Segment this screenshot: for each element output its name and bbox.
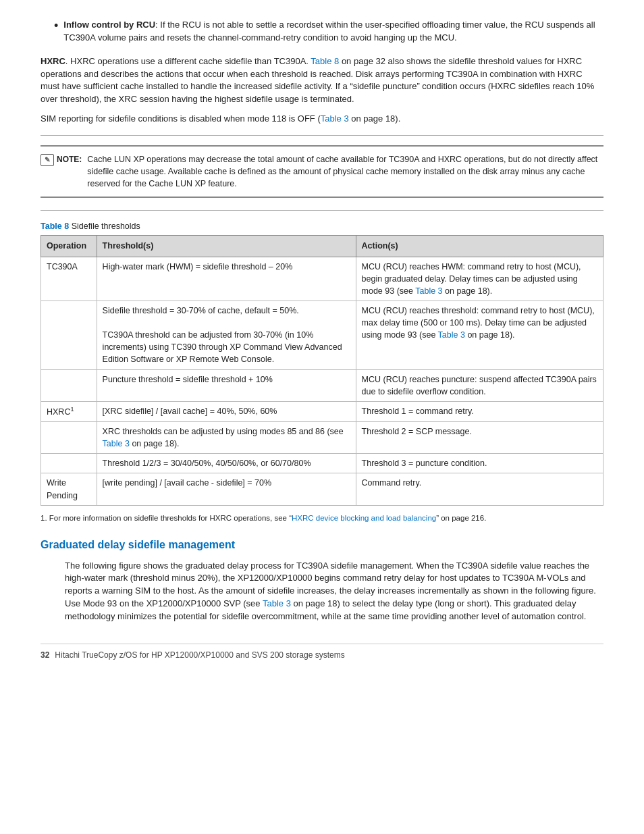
threshold-write-pending: [write pending] / [avail cache - sidefil… [97,473,356,505]
table3-link-5[interactable]: Table 3 [263,598,291,608]
col-thresholds: Threshold(s) [97,236,356,257]
table-label: Table 8 [41,221,69,231]
table-row: Puncture threshold = sidefile threshold … [41,369,603,401]
grad-paragraph: The following figure shows the graduated… [41,560,603,623]
table8-link[interactable]: Table 8 [311,56,339,66]
table3-link-3[interactable]: Table 3 [438,330,465,340]
table-header-row: Operation Threshold(s) Action(s) [41,236,603,257]
table3-link-1[interactable]: Table 3 [321,113,349,124]
threshold-hxrc-1: [XRC sidefile] / [avail cache] = 40%, 50… [97,401,356,421]
note-text: Cache LUN XP operations may decrease the… [87,153,603,190]
hxrc-paragraph: HXRC. HXRC operations use a different ca… [41,55,603,106]
sim-paragraph: SIM reporting for sidefile conditions is… [41,113,603,126]
grad-text: The following figure shows the graduated… [65,561,596,621]
table-row: Sidefile threshold = 30-70% of cache, de… [41,301,603,369]
op-write-pending: Write Pending [41,473,97,505]
table3-link-2[interactable]: Table 3 [415,286,442,296]
op-hxrc: HXRC1 [41,401,97,421]
threshold-tc390a-2: Sidefile threshold = 30-70% of cache, de… [97,301,356,369]
table-footnote: 1. For more information on sidefile thre… [41,513,603,524]
divider-2 [41,210,603,211]
hxrc-footnote-link[interactable]: HXRC device blocking and load balancing [292,514,436,522]
table-row: TC390A High-water mark (HWM) = sidefile … [41,257,603,301]
op-tc390a: TC390A [41,257,97,301]
hxrc-bold: HXRC [41,56,65,66]
sim-text2: on page 18). [349,113,401,124]
action-tc390a-3: MCU (RCU) reaches puncture: suspend affe… [356,369,603,401]
note-keyword: NOTE: [57,154,82,165]
table-row: Threshold 1/2/3 = 30/40/50%, 40/50/60%, … [41,454,603,473]
threshold-hxrc-3: Threshold 1/2/3 = 30/40/50%, 40/50/60%, … [97,454,356,473]
bullet-dot: • [54,19,58,45]
note-label: ✎ NOTE: [41,154,82,166]
threshold-hxrc-2: XRC thresholds can be adjusted by using … [97,422,356,454]
inflow-bold: Inflow control by RCU [63,20,155,30]
footnote-number: 1. [41,514,47,522]
threshold-tc390a-1: High-water mark (HWM) = sidefile thresho… [97,257,356,301]
table-row: XRC thresholds can be adjusted by using … [41,422,603,454]
op-hxrc-blank-1 [41,422,97,454]
action-tc390a-2: MCU (RCU) reaches threshold: command ret… [356,301,603,369]
note-box: ✎ NOTE: Cache LUN XP operations may decr… [41,145,603,198]
col-actions: Action(s) [356,236,603,257]
table-row: HXRC1 [XRC sidefile] / [avail cache] = 4… [41,401,603,421]
footnote-text1: For more information on sidefile thresho… [47,514,292,522]
hxrc-text1: . HXRC operations use a different cache … [65,56,311,66]
op-hxrc-blank-2 [41,454,97,473]
table-title: Sidefile thresholds [69,221,140,231]
action-tc390a-1: MCU (RCU) reaches HWM: command retry to … [356,257,603,301]
table-row: Write Pending [write pending] / [avail c… [41,473,603,505]
threshold-tc390a-3: Puncture threshold = sidefile threshold … [97,369,356,401]
bullet-section: • Inflow control by RCU: If the RCU is n… [41,19,603,45]
bullet-text: Inflow control by RCU: If the RCU is not… [63,19,603,45]
footnote-text2: ” on page 216. [436,514,486,522]
note-icon-img: ✎ [41,154,54,166]
action-hxrc-1: Threshold 1 = command retry. [356,401,603,421]
sim-text1: SIM reporting for sidefile conditions is… [41,113,321,124]
action-hxrc-2: Threshold 2 = SCP message. [356,422,603,454]
op-tc390a-blank-1 [41,301,97,369]
op-tc390a-blank-2 [41,369,97,401]
action-write-pending: Command retry. [356,473,603,505]
footer-text: Hitachi TrueCopy z/OS for HP XP12000/XP1… [55,650,344,661]
action-hxrc-3: Threshold 3 = puncture condition. [356,454,603,473]
table-caption: Table 8 Sidefile thresholds [41,220,603,232]
sidefile-thresholds-table: Operation Threshold(s) Action(s) TC390A … [41,235,603,505]
col-operation: Operation [41,236,97,257]
divider-1 [41,135,603,136]
footer-page-number: 32 [41,650,49,661]
bullet-item: • Inflow control by RCU: If the RCU is n… [54,19,603,45]
section-heading: Graduated delay sidefile management [41,537,603,552]
table3-link-4[interactable]: Table 3 [103,439,130,448]
footer: 32 Hitachi TrueCopy z/OS for HP XP12000/… [41,644,603,661]
